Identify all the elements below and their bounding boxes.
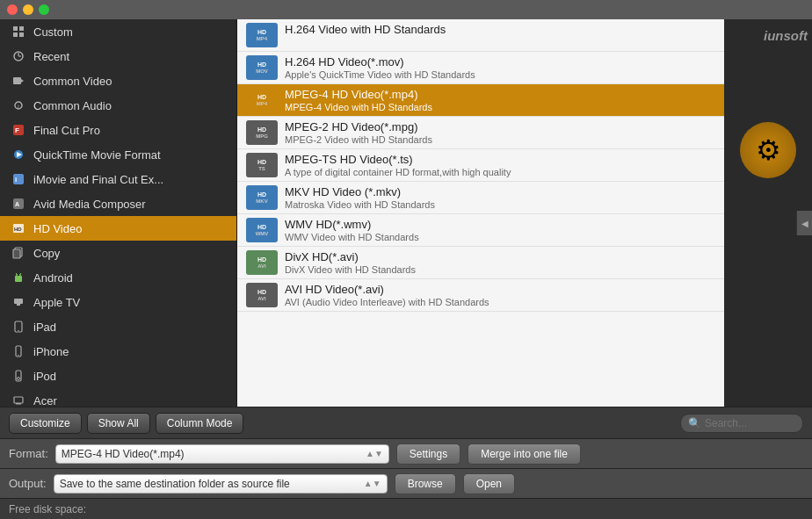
search-box: 🔍 [680,414,803,433]
sidebar-item-ipad[interactable]: iPad [0,314,236,339]
search-input[interactable] [705,417,795,429]
format-desc-mpeg4: MPEG-4 Video with HD Standards [285,102,432,112]
svg-rect-3 [19,32,24,37]
format-item-mpeg2[interactable]: HD MPG MPEG-2 HD Video(*.mpg) MPEG-2 Vid… [237,117,724,149]
format-text-mpeg4: MPEG-4 HD Video(*.mp4) MPEG-4 Video with… [285,88,432,112]
format-item-wmv[interactable]: HD WMV WMV HD(*.wmv) WMV Video with HD S… [237,214,724,247]
format-badge-mpeg-ts: HD TS [246,153,278,177]
sidebar-label-common-video: Common Video [33,75,112,88]
volume-button[interactable]: ◀ [796,211,812,235]
gear-icon[interactable]: ⚙ [740,122,796,178]
format-desc-mkv: Matroska Video with HD Standards [285,199,435,210]
svg-rect-28 [14,299,23,304]
sidebar-item-iphone[interactable]: iPhone [0,339,236,364]
sidebar-item-recent[interactable]: Recent [0,44,236,68]
sidebar-item-acer[interactable]: Acer [0,388,236,407]
format-select-arrow: ▲▼ [366,449,383,458]
sidebar-item-android[interactable]: Android [0,265,236,290]
sidebar-label-custom: Custom [33,25,73,39]
format-label: Format: [9,447,48,460]
sidebar-label-iphone: iPhone [33,345,69,358]
minimize-button[interactable] [23,4,33,15]
format-select[interactable]: MPEG-4 HD Video(*.mp4) ▲▼ [55,444,389,464]
sidebar-item-quicktime[interactable]: QuickTime Movie Format [0,142,236,167]
gear-container: ⚙ [724,122,812,178]
sidebar-item-ipod[interactable]: iPod [0,364,236,388]
format-item-avi-hd[interactable]: HD AVI AVI HD Video(*.avi) AVI (Audio Vi… [237,279,724,312]
android-icon [11,270,26,285]
free-disk-row: Free disk space: [0,498,812,519]
format-text-h264: H.264 Video with HD Standards [285,23,446,36]
format-desc-h264-mov: Apple's QuickTime Video with HD Standard… [285,69,475,80]
svg-rect-36 [14,397,23,403]
settings-button[interactable]: Settings [396,443,460,465]
svg-rect-37 [16,403,21,405]
svg-text:HD: HD [14,227,22,232]
sidebar-label-final-cut: Final Cut Pro [33,124,100,137]
sidebar-label-hd-video: HD Video [33,222,82,235]
format-desc-mpeg-ts: A type of digital container HD format,wi… [285,167,511,177]
format-badge-wmv: HD WMV [246,218,278,242]
logo-area: iunsoft [724,19,812,52]
sidebar-item-apple-tv[interactable]: Apple TV [0,290,236,314]
svg-rect-23 [15,276,22,282]
sidebar-item-final-cut-pro[interactable]: F Final Cut Pro [0,118,236,142]
sidebar-label-apple-tv: Apple TV [33,296,80,309]
format-item-h264[interactable]: HD MP4 H.264 Video with HD Standards [237,19,724,52]
format-item-mpeg4[interactable]: HD MP4 MPEG-4 HD Video(*.mp4) MPEG-4 Vid… [237,84,724,117]
sidebar-label-ipad: iPad [33,321,56,334]
format-select-value: MPEG-4 HD Video(*.mp4) [62,448,185,460]
output-label: Output: [9,477,47,490]
format-title-mpeg-ts: MPEG-TS HD Video(*.ts) [285,153,511,166]
format-item-mkv[interactable]: HD MKV MKV HD Video (*.mkv) Matroska Vid… [237,182,724,214]
recent-icon [11,48,26,64]
svg-marker-8 [21,79,24,83]
sidebar-label-copy: Copy [33,247,60,260]
format-badge-h264-mov: HD MOV [246,55,278,80]
search-icon: 🔍 [688,417,701,429]
format-text-wmv: WMV HD(*.wmv) WMV Video with HD Standard… [285,218,419,242]
column-mode-button[interactable]: Column Mode [156,413,244,434]
sidebar-item-custom[interactable]: Custom [0,19,236,44]
open-button[interactable]: Open [463,473,515,494]
sidebar-item-copy[interactable]: Copy [0,241,236,265]
show-all-button[interactable]: Show All [87,413,150,434]
quicktime-icon [11,147,26,162]
iphone-icon [11,343,26,359]
svg-point-31 [18,330,18,331]
format-item-mpeg-ts[interactable]: HD TS MPEG-TS HD Video(*.ts) A type of d… [237,149,724,182]
format-badge-h264: HD MP4 [246,23,278,47]
maximize-button[interactable] [39,4,49,15]
svg-rect-29 [17,304,20,306]
video-icon [11,73,26,89]
sidebar-label-avid: Avid Media Composer [33,198,146,211]
sidebar-item-imovie[interactable]: i iMovie and Final Cut Ex... [0,167,236,191]
format-badge-mpeg2: HD MPG [246,120,278,145]
ipad-icon [11,319,26,335]
format-item-divx[interactable]: HD AVI DivX HD(*.avi) DivX Video with HD… [237,247,724,279]
sidebar-label-common-audio: Common Audio [33,99,112,112]
finalcut-icon: F [11,122,26,138]
format-row: Format: MPEG-4 HD Video(*.mp4) ▲▼ Settin… [0,438,812,468]
close-button[interactable] [7,4,18,15]
output-select[interactable]: Save to the same destination folder as s… [54,474,388,494]
format-badge-mpeg4: HD MP4 [246,88,278,112]
output-row: Output: Save to the same destination fol… [0,468,812,498]
customize-button[interactable]: Customize [9,413,82,434]
app-window: Custom Recent Common Video ♪ Common Audi… [0,0,812,519]
svg-rect-22 [13,249,20,258]
sidebar-item-hd-video[interactable]: HD HD Video [0,216,236,241]
sidebar-label-imovie: iMovie and Final Cut Ex... [33,173,163,186]
svg-text:i: i [15,176,17,184]
merge-button[interactable]: Merge into one file [468,443,581,465]
format-item-h264-mov[interactable]: HD MOV H.264 HD Video(*.mov) Apple's Qui… [237,52,724,84]
svg-text:A: A [15,201,19,207]
browse-button[interactable]: Browse [395,473,456,494]
appletv-icon [11,294,26,310]
audio-icon: ♪ [11,97,26,113]
format-title-mkv: MKV HD Video (*.mkv) [285,185,435,198]
bottom-toolbar: Customize Show All Column Mode 🔍 [0,407,812,438]
sidebar-item-avid[interactable]: A Avid Media Composer [0,191,236,216]
sidebar-item-common-video[interactable]: Common Video [0,68,236,93]
sidebar-item-common-audio[interactable]: ♪ Common Audio [0,93,236,118]
